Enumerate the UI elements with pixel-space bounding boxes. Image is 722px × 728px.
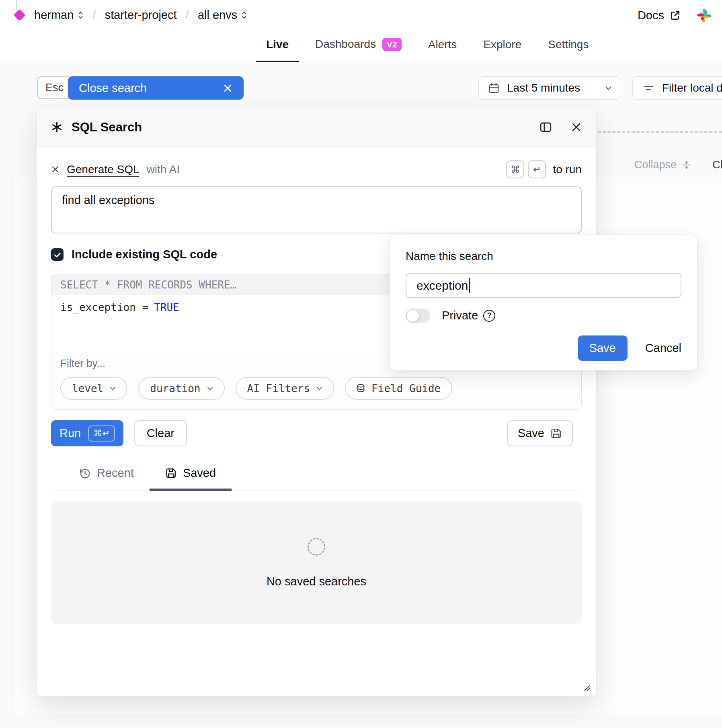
docs-label: Docs xyxy=(638,9,664,22)
run-shortcut-badge: ⌘↵ xyxy=(88,425,115,442)
text-cursor xyxy=(469,278,470,293)
resize-handle[interactable] xyxy=(582,683,591,691)
save-label: Save xyxy=(518,427,544,440)
tab-recent[interactable]: Recent xyxy=(63,466,150,491)
ai-prompt-input[interactable]: find all exceptions xyxy=(51,186,582,233)
dismiss-ai-icon[interactable] xyxy=(51,165,59,174)
empty-state-label: No saved searches xyxy=(267,575,366,588)
collapse-label: Collapse xyxy=(634,159,677,171)
chip-label: level xyxy=(72,382,103,395)
search-name-value: exception xyxy=(416,279,468,292)
floppy-save-icon xyxy=(165,467,177,479)
chip-label: AI Filters xyxy=(247,382,310,395)
to-run-label: to run xyxy=(553,163,582,176)
chip-label: duration xyxy=(150,382,200,395)
cmd-key-icon: ⌘ xyxy=(506,160,524,178)
tab-saved[interactable]: Saved xyxy=(150,466,232,491)
env-selector[interactable]: all envs xyxy=(198,8,247,22)
history-icon xyxy=(79,467,91,479)
search-name-input[interactable]: exception xyxy=(406,273,681,298)
popover-save-button[interactable]: Save xyxy=(578,335,628,361)
breadcrumb-separator: / xyxy=(91,8,97,22)
run-shortcut-hint: ⌘ ↵ to run xyxy=(506,160,582,178)
tab-dashboards-label: Dashboards xyxy=(315,38,376,51)
popover-save-label: Save xyxy=(589,342,616,355)
project-selector[interactable]: starter-project xyxy=(105,8,177,22)
workspace-selector[interactable]: herman xyxy=(34,8,84,22)
private-toggle[interactable] xyxy=(406,309,431,323)
tab-saved-label: Saved xyxy=(183,466,216,480)
updown-chevron-icon xyxy=(241,10,247,20)
tab-alerts[interactable]: Alerts xyxy=(427,38,458,62)
filter-lines-icon xyxy=(642,82,655,94)
duration-filter-chip[interactable]: duration xyxy=(138,377,224,400)
modal-header: SQL Search xyxy=(37,107,596,147)
docs-link[interactable]: Docs xyxy=(638,9,681,22)
saved-searches-tabs: Recent Saved xyxy=(51,466,582,491)
env-name: all envs xyxy=(198,8,237,22)
workspace-logo-diamond xyxy=(14,9,26,21)
collapse-button[interactable]: Collapse xyxy=(634,159,691,171)
ai-filters-chip[interactable]: AI Filters xyxy=(236,377,334,400)
top-bar: herman / starter-project / all envs Docs xyxy=(0,0,722,62)
checkbox-checked-icon[interactable] xyxy=(51,248,64,261)
tab-explore[interactable]: Explore xyxy=(482,38,522,62)
clear-label: Clear xyxy=(147,427,174,440)
close-icon xyxy=(223,83,233,93)
database-icon xyxy=(357,384,365,393)
tab-alerts-label: Alerts xyxy=(428,38,457,51)
clipped-right-label[interactable]: Cl xyxy=(712,159,722,171)
level-filter-chip[interactable]: level xyxy=(60,377,127,400)
tab-live[interactable]: Live xyxy=(265,38,289,62)
generate-sql-link[interactable]: Generate SQL xyxy=(67,163,139,176)
split-panel-icon[interactable] xyxy=(539,121,552,134)
chart-skeleton-dashed-line xyxy=(598,131,722,133)
project-name: starter-project xyxy=(105,8,177,22)
breadcrumb: herman / starter-project / all envs xyxy=(12,8,247,22)
tab-live-label: Live xyxy=(266,38,289,51)
popover-cancel-button[interactable]: Cancel xyxy=(645,342,681,355)
floppy-save-icon xyxy=(550,427,562,439)
name-search-popover: Name this search exception Private ? Sav… xyxy=(390,235,697,370)
run-button[interactable]: Run ⌘↵ xyxy=(51,420,123,446)
empty-saved-searches-card: No saved searches xyxy=(51,501,582,624)
esc-key-hint: Esc xyxy=(37,76,72,99)
popover-title: Name this search xyxy=(406,250,681,263)
sql-search-modal: SQL Search Generate SQL with AI ⌘ ↵ to r… xyxy=(36,107,597,697)
slack-icon[interactable] xyxy=(697,8,712,23)
collapse-vertical-icon xyxy=(681,160,691,170)
chevron-down-icon xyxy=(605,86,612,90)
modal-title: SQL Search xyxy=(72,120,142,135)
clear-button[interactable]: Clear xyxy=(134,420,187,446)
updown-chevron-icon xyxy=(78,10,84,20)
help-icon[interactable]: ? xyxy=(483,310,495,322)
tab-recent-label: Recent xyxy=(97,466,134,480)
time-range-button[interactable]: Last 5 minutes xyxy=(478,76,621,100)
tab-settings-label: Settings xyxy=(548,38,589,51)
sql-code-lhs: is_exception = xyxy=(60,301,148,313)
workspace-name: herman xyxy=(34,8,74,22)
close-search-button[interactable]: Close search xyxy=(68,76,244,100)
with-ai-label: with AI xyxy=(147,163,180,176)
close-modal-icon[interactable] xyxy=(571,122,582,133)
run-label: Run xyxy=(59,427,81,440)
close-search-label: Close search xyxy=(79,82,147,95)
filter-local-button[interactable]: Filter local da xyxy=(632,76,722,100)
main-nav: Live Dashboards V2 Alerts Explore Settin… xyxy=(265,38,589,62)
tab-settings[interactable]: Settings xyxy=(547,38,589,62)
loading-dashed-circle xyxy=(308,538,325,556)
tab-dashboards[interactable]: Dashboards V2 xyxy=(314,38,402,62)
sql-code-keyword: TRUE xyxy=(154,301,179,313)
filter-local-label: Filter local da xyxy=(662,82,722,94)
tab-explore-label: Explore xyxy=(483,38,521,51)
calendar-icon xyxy=(488,82,500,94)
sparkle-asterisk-icon xyxy=(51,121,63,133)
external-link-icon xyxy=(670,10,681,21)
field-guide-chip[interactable]: Field Guide xyxy=(345,377,452,400)
breadcrumb-separator: / xyxy=(184,8,191,22)
enter-key-icon: ↵ xyxy=(528,160,546,178)
private-label: Private xyxy=(442,309,478,322)
v2-badge: V2 xyxy=(382,38,402,51)
toggle-knob xyxy=(407,310,419,322)
save-search-button[interactable]: Save xyxy=(507,420,573,446)
